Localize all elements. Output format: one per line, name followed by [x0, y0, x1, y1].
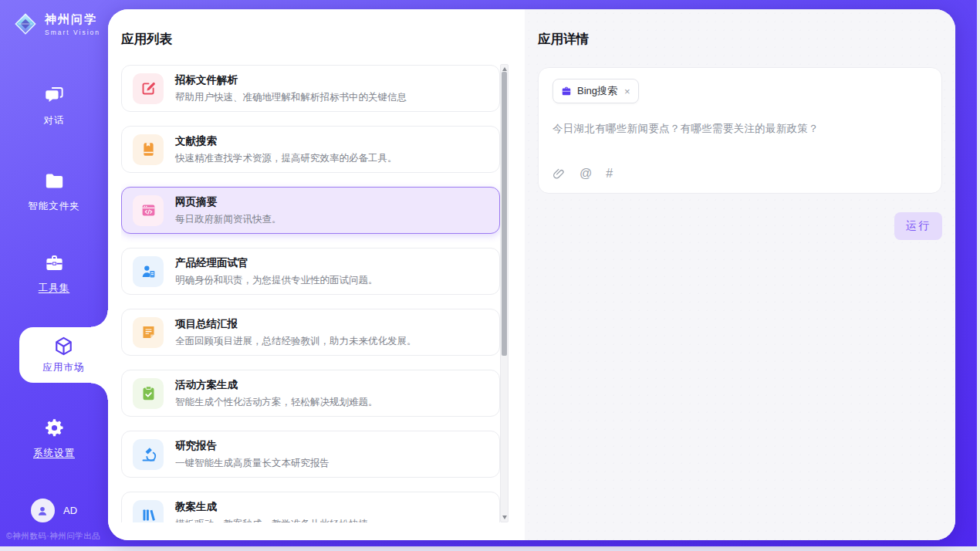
query-input[interactable]: 今日湖北有哪些新闻要点？有哪些需要关注的最新政策？	[553, 122, 928, 136]
sidebar-item-label: 对话	[0, 114, 108, 127]
app-card-title: 招标文件解析	[175, 73, 407, 87]
books-icon	[133, 500, 164, 523]
browser-code-icon	[133, 195, 164, 226]
app-card-bid-parsing[interactable]: 招标文件解析 帮助用户快速、准确地理解和解析招标书中的关键信息	[121, 65, 500, 112]
sidebar-item-toolset[interactable]: 工具集	[0, 252, 108, 295]
sidebar-item-label: 应用市场	[43, 361, 85, 374]
app-card-lesson-plan[interactable]: 教案生成 模板驱动，教案秒成，教学准备从此轻松快捷	[121, 492, 500, 522]
brand-name: 神州问学	[45, 12, 100, 27]
sidebar-footer: ©神州数码·神州问学出品	[6, 531, 100, 542]
tool-tag-bing-search[interactable]: Bing搜索 ×	[553, 79, 639, 103]
briefcase-icon	[561, 86, 572, 96]
hash-icon[interactable]: #	[606, 167, 613, 181]
scrollbar-up-arrow-icon[interactable]	[502, 67, 507, 71]
app-detail-title: 应用详情	[538, 31, 942, 48]
book-icon	[133, 134, 164, 165]
app-card-desc: 一键智能生成高质量长文本研究报告	[175, 457, 329, 470]
app-card-desc: 帮助用户快速、准确地理解和解析招标书中的关键信息	[175, 91, 407, 104]
app-card-pm-interviewer[interactable]: 产品经理面试官 明确身份和职责，为您提供专业性的面试问题。	[121, 248, 500, 295]
app-list-scrollbar[interactable]	[500, 64, 509, 522]
paperclip-icon[interactable]	[553, 167, 566, 181]
app-card-desc: 每日政府新闻资讯快查。	[175, 213, 282, 226]
scrollbar-thumb[interactable]	[502, 72, 507, 356]
sidebar-item-label: 系统设置	[0, 447, 108, 460]
sidebar: 神州问学 Smart Vision 对话 智能文件夹 工具集 应用市场 系统设置	[0, 0, 108, 546]
app-list-title: 应用列表	[121, 31, 172, 48]
user-name: AD	[63, 505, 77, 516]
microscope-icon	[133, 439, 164, 470]
mention-icon[interactable]: @	[580, 167, 592, 181]
app-card-title: 研究报告	[175, 439, 329, 453]
app-card-desc: 明确身份和职责，为您提供专业性的面试问题。	[175, 274, 378, 287]
app-list: 招标文件解析 帮助用户快速、准确地理解和解析招标书中的关键信息 文献搜索 快速精…	[121, 65, 500, 522]
tool-tag-label: Bing搜索	[577, 84, 617, 98]
sidebar-item-smart-folder[interactable]: 智能文件夹	[0, 171, 108, 213]
sidebar-item-chat[interactable]: 对话	[0, 85, 108, 127]
brand-logo: 神州问学 Smart Vision	[12, 11, 100, 37]
run-button[interactable]: 运行	[894, 212, 942, 240]
user-account[interactable]: AD	[0, 499, 108, 522]
composer-toolbar: @ #	[553, 167, 928, 184]
app-card-desc: 智能生成个性化活动方案，轻松解决规划难题。	[175, 396, 378, 409]
interviewer-icon	[133, 256, 164, 287]
gear-icon	[44, 417, 65, 438]
app-card-desc: 全面回顾项目进展，总结经验教训，助力未来优化发展。	[175, 335, 417, 348]
scrollbar-down-arrow-icon[interactable]	[502, 516, 507, 519]
main-content: 应用列表 招标文件解析 帮助用户快速、准确地理解和解析招标书中的关键信息 文献搜…	[108, 9, 955, 540]
folder-icon	[44, 171, 65, 191]
sidebar-item-settings[interactable]: 系统设置	[0, 417, 108, 460]
sidebar-item-app-market[interactable]: 应用市场	[19, 327, 108, 383]
prompt-card: Bing搜索 × 今日湖北有哪些新闻要点？有哪些需要关注的最新政策？ @ #	[538, 67, 942, 194]
app-card-research-report[interactable]: 研究报告 一键智能生成高质量长文本研究报告	[121, 431, 500, 478]
app-card-title: 网页摘要	[175, 195, 282, 209]
avatar	[31, 499, 55, 522]
app-card-project-summary[interactable]: 项目总结汇报 全面回顾项目进展，总结经验教训，助力未来优化发展。	[121, 309, 500, 356]
sticky-note-icon	[133, 317, 164, 348]
chat-icon	[44, 85, 65, 106]
app-card-title: 文献搜索	[175, 134, 397, 148]
app-card-event-plan[interactable]: 活动方案生成 智能生成个性化活动方案，轻松解决规划难题。	[121, 370, 500, 417]
app-card-title: 活动方案生成	[175, 378, 378, 392]
app-card-title: 教案生成	[175, 500, 368, 514]
app-card-title: 产品经理面试官	[175, 256, 378, 270]
cube-icon	[53, 336, 74, 357]
app-list-panel: 应用列表 招标文件解析 帮助用户快速、准确地理解和解析招标书中的关键信息 文献搜…	[108, 9, 525, 540]
app-detail-panel: 应用详情 Bing搜索 × 今日湖北有哪些新闻要点？有哪些需要关注的最新政策？ …	[525, 9, 955, 540]
app-card-desc: 模板驱动，教案秒成，教学准备从此轻松快捷	[175, 518, 368, 523]
tag-close-icon[interactable]: ×	[624, 86, 630, 96]
brand-subtitle: Smart Vision	[45, 29, 100, 36]
toolbox-icon	[44, 252, 65, 273]
sidebar-item-label: 智能文件夹	[0, 200, 108, 213]
clipboard-check-icon	[133, 378, 164, 409]
app-card-web-summary[interactable]: 网页摘要 每日政府新闻资讯快查。	[121, 187, 500, 234]
sidebar-item-label: 工具集	[0, 282, 108, 295]
app-card-title: 项目总结汇报	[175, 317, 417, 331]
app-card-literature-search[interactable]: 文献搜索 快速精准查找学术资源，提高研究效率的必备工具。	[121, 126, 500, 173]
edit-square-icon	[133, 73, 164, 104]
app-card-desc: 快速精准查找学术资源，提高研究效率的必备工具。	[175, 152, 397, 165]
brand-diamond-icon	[12, 11, 39, 37]
